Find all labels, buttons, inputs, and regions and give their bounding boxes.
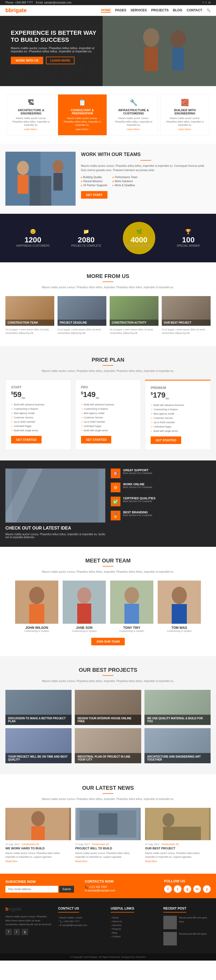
svg-point-1 (143, 28, 159, 47)
team-card-4: TOM WAG Customizing In System (158, 581, 201, 632)
news-subtext: Mauris mattis auctor cursus. Phasellus t… (5, 797, 211, 801)
footer-link-home[interactable]: Home (111, 916, 158, 920)
proj-overlay-6: ARCHITECTURE AND ENGINEERING ART TOGETHE… (145, 753, 211, 763)
price-subtext: Mauris mattis auctor cursus. Phasellus t… (5, 369, 211, 373)
news-img-3 (145, 808, 211, 840)
footer-gp[interactable]: g (22, 929, 28, 935)
plan-pro-btn[interactable]: GET STARTED (81, 436, 111, 444)
recent-post-1: Recent post title one goes here (164, 916, 211, 929)
news-link-3[interactable]: Read More (145, 860, 157, 862)
nav-pages[interactable]: PAGES (115, 8, 126, 13)
navbar: bbrigate HOME PAGES SERVICES PROJECTS BL… (0, 5, 216, 16)
nav-blog[interactable]: BLOG (173, 8, 183, 13)
nav-services[interactable]: SERVICES (130, 8, 147, 13)
nav-projects[interactable]: PROJECTS (151, 8, 169, 13)
projects-big-grid: DISCUSSION TO MAKE A BETTER PROJECT PLAN… (5, 690, 211, 763)
join-team-btn[interactable]: JOIN OUR TEAM (91, 638, 124, 645)
footer-link-contact[interactable]: Contact (111, 935, 158, 939)
news-title-3: OUR BEST PROJECT (145, 847, 211, 850)
project-card-2: PROJECT DEADLINE Ut ut augue. Lorem ipsu… (57, 296, 106, 335)
feature-item: Best agency model (81, 411, 135, 415)
news-link-2[interactable]: Read More (75, 860, 87, 862)
subscribe-btn[interactable]: Submit (59, 886, 74, 892)
nav-links: HOME PAGES SERVICES PROJECTS BLOG CONTAC… (101, 8, 211, 13)
service-card: 🔧 Infrastructure & Customizing Mauris ma… (109, 94, 158, 135)
footer-tw[interactable]: t (14, 929, 20, 935)
service-card: 📋 Consultant & Preparation Mauris mattis… (58, 94, 107, 135)
service-link[interactable]: Learn More › (75, 128, 89, 130)
idea-feat-3: ✅ CERTIFIED QUALITIES Best Service For C… (111, 496, 211, 506)
service-title: Builder With Engineering (165, 108, 205, 115)
facebook-icon[interactable]: f (203, 1, 203, 4)
hero-work-btn[interactable]: WORK WITH US (11, 57, 43, 64)
youtube-social[interactable]: y (203, 885, 211, 893)
team-name-1: JOHN WILSON (15, 626, 58, 630)
more-divider (103, 282, 113, 282)
project-desc-2: Ut ut augue. Lorem ipsum dolor sit amet,… (57, 328, 106, 335)
recent-text-1: Recent post title one goes here (179, 916, 211, 929)
facebook-social[interactable]: f (164, 885, 172, 893)
news-section: OUR LATEST NEWS Mauris mattis auctor cur… (0, 774, 216, 873)
service-card: 🧱 Builder With Engineering Mauris mattis… (160, 94, 210, 135)
service-link[interactable]: Learn More › (178, 128, 192, 130)
footer-link-about[interactable]: About Us (111, 920, 158, 923)
stats-section: 😊 1200 HAPPINESS CUSTOMERS 📁 2080 PROJEC… (0, 214, 216, 262)
svg-point-34 (162, 813, 175, 827)
news-link-1[interactable]: Read More (5, 860, 17, 862)
svg-rect-23 (124, 604, 139, 624)
search-icon[interactable]: 🔍 (206, 8, 211, 13)
footer-link-projects[interactable]: Projects (111, 927, 158, 931)
service-desc: Mauris mattis auctor cursus. Phasellus t… (114, 116, 154, 127)
work-teams-desc: Mauris mattis auctor cursus. Phasellus t… (81, 164, 211, 172)
team-role-1: Customizing In System (15, 630, 58, 632)
feature-item: Best agency model (151, 412, 205, 416)
news-img-2 (75, 808, 141, 840)
work-teams-content: WORK WITH OUR TEAMS Mauris mattis auctor… (81, 152, 211, 206)
team-card-2: JANE SON Customizing In System (63, 581, 106, 632)
nav-home[interactable]: HOME (101, 8, 111, 13)
work-teams-heading: WORK WITH OUR TEAMS (81, 152, 211, 158)
plan-start-btn[interactable]: GET STARTED (11, 436, 41, 444)
work-teams-image (5, 152, 76, 206)
plan-pro-features: Build with advance business Customizing … (81, 402, 135, 433)
twitter-icon[interactable]: t (205, 1, 206, 4)
plan-premium-price: $179/m (151, 391, 205, 400)
team-card-1: JOHN WILSON Customizing In System (15, 581, 58, 632)
plan-premium-btn[interactable]: GET STARTED (151, 436, 181, 444)
latest-idea-section: CHECK OUT OUR LATEST IDEA Mauris mattis … (0, 460, 216, 547)
project-desc-4: Ut ut augue. Lorem ipsum dolor sit amet,… (162, 328, 211, 335)
footer-link-services[interactable]: Services (111, 923, 158, 927)
customers-icon: 😊 (16, 229, 50, 235)
project-img-2: PROJECT DEADLINE (57, 296, 106, 326)
proj-big-4: YOUR PROJECT WILL BE ON TIME AND BEST QU… (5, 728, 71, 763)
nav-contact[interactable]: CONTACT (187, 8, 202, 13)
team-section: MEET OUR TEAM Mauris mattis auctor cursu… (0, 547, 216, 656)
more-projects-grid: CONSTRUCTION TEAM Ut ut augue. Lorem ips… (5, 296, 211, 335)
project-img-4: OUR BEST PROJECT (162, 296, 211, 326)
footer-recent-heading: RECENT POST (164, 907, 186, 913)
project-img-3: CONSTRUCTION ACTIVITY (110, 296, 159, 326)
hero-learn-btn[interactable]: LEARN MORE (46, 57, 75, 64)
news-desc-2: Mauris mattis auctor cursus. Phasellus t… (75, 851, 141, 859)
logo-accent: b (5, 7, 9, 13)
footer-links: USEFUL LINKS Home About Us Services Proj… (111, 906, 158, 945)
subscribe-input[interactable] (5, 886, 58, 892)
hero-bg-image (103, 16, 216, 86)
news-title-1: WE WORK HARD TO BUILD (5, 847, 71, 850)
proj-title-2: DESIGN YOUR INTERIOR HOUSE ONLINE FREE (78, 717, 138, 723)
twitter-social[interactable]: t (174, 885, 181, 893)
service-link[interactable]: Learn More › (127, 128, 141, 130)
follow-section: FOLLOW US f t g in y (164, 879, 211, 893)
google-social[interactable]: g (184, 885, 191, 893)
feature-item: Unlimited Pages (151, 425, 205, 429)
service-title: Architecture & Engineering (11, 108, 51, 115)
news-grid: 17 Aug, 2017 Construction (0) WE WORK HA… (5, 808, 211, 863)
footer-link-blog[interactable]: Blog (111, 931, 158, 935)
plan-premium-features: Build with advance business Customizing … (151, 403, 205, 433)
linkedin-social[interactable]: in (193, 885, 201, 893)
work-teams-btn[interactable]: GET START (81, 191, 108, 199)
footer-fb[interactable]: f (5, 929, 12, 935)
linkedin-icon[interactable]: in (208, 1, 211, 4)
service-link[interactable]: Learn More › (24, 128, 38, 130)
newsletter-bar: SUBSCRIBE NOW Submit CONTACTS NOW 📞 +123… (0, 873, 216, 898)
